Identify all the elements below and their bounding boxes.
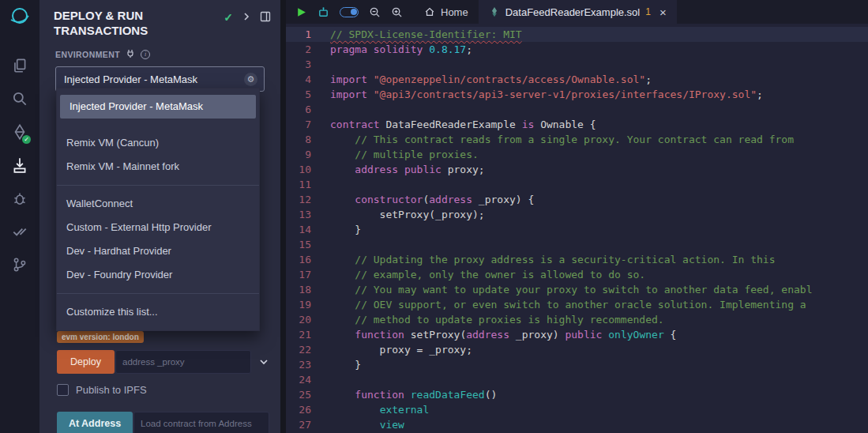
line-number: 9 xyxy=(286,147,330,162)
compiler-success-badge: ✓ xyxy=(22,135,31,144)
git-icon[interactable] xyxy=(4,248,36,281)
remix-ide-window: ✓ DEPLOY & RUN TRANSACTIONS ✓ xyxy=(0,0,868,433)
environment-option[interactable]: Injected Provider - MetaMask xyxy=(60,95,256,119)
deploy-args-input[interactable] xyxy=(115,350,251,374)
code-line[interactable]: 6 xyxy=(286,102,868,117)
at-address-row: At Address xyxy=(57,412,269,433)
checks-icon[interactable] xyxy=(4,215,36,248)
tab-datafeedreaderexample[interactable]: DataFeedReaderExample.sol 1 × xyxy=(479,0,677,24)
line-number: 2 xyxy=(286,42,330,57)
code-line[interactable]: 10 address public proxy; xyxy=(286,162,868,177)
code-line[interactable]: 24 xyxy=(286,372,868,387)
info-icon[interactable]: i xyxy=(141,50,150,59)
line-number: 19 xyxy=(286,297,330,312)
code-line[interactable]: 14 } xyxy=(286,222,868,237)
code-line[interactable]: 15 xyxy=(286,237,868,252)
code-line[interactable]: 18 // You may want to update your proxy … xyxy=(286,282,868,297)
panel-header: DEPLOY & RUN TRANSACTIONS ✓ xyxy=(39,0,280,41)
plug-icon[interactable] xyxy=(126,47,135,62)
line-number: 23 xyxy=(286,357,330,372)
line-number: 15 xyxy=(286,237,330,252)
line-number: 6 xyxy=(286,102,330,117)
line-number: 22 xyxy=(286,342,330,357)
line-number: 13 xyxy=(286,207,330,222)
editor-toolbar xyxy=(286,0,414,24)
deploy-and-run-icon[interactable] xyxy=(4,149,36,182)
line-number: 16 xyxy=(286,252,330,267)
file-explorer-icon[interactable] xyxy=(4,49,36,82)
line-number: 18 xyxy=(286,282,330,297)
code-line[interactable]: 19 // OEV support, or even switch to ano… xyxy=(286,297,868,312)
code-line[interactable]: 21 function setProxy(address _proxy) pub… xyxy=(286,327,868,342)
zoom-out-icon[interactable] xyxy=(369,6,381,18)
code-line[interactable]: 22 proxy = _proxy; xyxy=(286,342,868,357)
code-line[interactable]: 1// SPDX-License-Identifier: MIT xyxy=(286,27,868,42)
environment-option[interactable]: Dev - Foundry Provider xyxy=(57,263,259,287)
ai-assistant-icon[interactable] xyxy=(318,6,329,18)
line-number: 24 xyxy=(286,372,330,387)
publish-row: Publish to IPFS xyxy=(57,384,263,396)
remix-logo-icon[interactable] xyxy=(8,5,32,28)
line-number: 3 xyxy=(286,57,330,72)
code-line[interactable]: 5import "@api3/contracts/api3-server-v1/… xyxy=(286,87,868,102)
code-line[interactable]: 16 // Updating the proxy address is a se… xyxy=(286,252,868,267)
code-area[interactable]: 1// SPDX-License-Identifier: MIT2pragma … xyxy=(286,24,868,433)
code-line[interactable]: 17 // example, only the owner is allowed… xyxy=(286,267,868,282)
code-line[interactable]: 20 // method to update proxies is highly… xyxy=(286,312,868,327)
line-number: 27 xyxy=(286,417,330,432)
code-line[interactable]: 13 setProxy(_proxy); xyxy=(286,207,868,222)
environment-option[interactable]: Dev - Hardhat Provider xyxy=(57,239,259,263)
line-number: 14 xyxy=(286,222,330,237)
code-line[interactable]: 7contract DataFeedReaderExample is Ownab… xyxy=(286,117,868,132)
solidity-icon xyxy=(489,6,500,17)
line-number: 11 xyxy=(286,177,330,192)
code-line[interactable]: 8 // This contract reads from a single p… xyxy=(286,132,868,147)
code-line[interactable]: 4import "@openzeppelin/contracts/access/… xyxy=(286,72,868,87)
zoom-in-icon[interactable] xyxy=(391,6,403,18)
close-icon[interactable]: × xyxy=(659,6,667,19)
code-line[interactable]: 26 external xyxy=(286,402,868,417)
code-line[interactable]: 25 function readDataFeed() xyxy=(286,387,868,402)
run-script-icon[interactable] xyxy=(295,6,307,18)
chevron-right-icon[interactable] xyxy=(241,11,252,25)
debugger-icon[interactable] xyxy=(4,182,36,215)
pin-panel-icon[interactable] xyxy=(260,11,271,25)
chevron-down-icon[interactable] xyxy=(258,356,269,367)
code-line[interactable]: 9 // multiple proxies. xyxy=(286,147,868,162)
code-line[interactable]: 12 constructor(address _proxy) { xyxy=(286,192,868,207)
deploy-run-panel: DEPLOY & RUN TRANSACTIONS ✓ ENVIRONMENT … xyxy=(39,0,280,433)
publish-to-ipfs-checkbox[interactable] xyxy=(57,384,69,396)
line-number: 25 xyxy=(286,387,330,402)
line-number: 10 xyxy=(286,162,330,177)
line-number: 8 xyxy=(286,132,330,147)
code-line[interactable]: 3 xyxy=(286,57,868,72)
code-line[interactable]: 23 } xyxy=(286,357,868,372)
environment-option[interactable]: Custom - External Http Provider xyxy=(57,216,259,239)
panel-title: DEPLOY & RUN TRANSACTIONS xyxy=(54,8,200,38)
line-number: 21 xyxy=(286,327,330,342)
editor-tabbar: Home DataFeedReaderExample.sol 1 × xyxy=(286,0,868,24)
environment-option[interactable]: Remix VM - Mainnet fork xyxy=(57,155,259,179)
line-number: 4 xyxy=(286,72,330,87)
at-address-input[interactable] xyxy=(133,412,269,433)
line-number: 5 xyxy=(286,87,330,102)
copilot-toggle[interactable] xyxy=(340,7,359,17)
gear-icon[interactable]: ⚙ xyxy=(244,73,257,86)
environment-option[interactable]: Customize this list... xyxy=(57,300,259,324)
solidity-compiler-icon[interactable]: ✓ xyxy=(4,115,36,149)
deploy-row: Deploy xyxy=(57,350,269,374)
environment-select-value: Injected Provider - MetaMask xyxy=(64,73,197,85)
line-number: 1 xyxy=(286,27,330,42)
deploy-button[interactable]: Deploy xyxy=(57,350,115,374)
search-icon[interactable] xyxy=(4,82,36,115)
line-number: 7 xyxy=(286,117,330,132)
code-line[interactable]: 11 xyxy=(286,177,868,192)
at-address-button[interactable]: At Address xyxy=(57,412,133,433)
environment-option[interactable]: Remix VM (Cancun) xyxy=(57,131,259,155)
evm-version-badge: evm version: london xyxy=(57,331,144,343)
tab-home[interactable]: Home xyxy=(414,0,479,24)
line-number: 12 xyxy=(286,192,330,207)
code-line[interactable]: 2pragma solidity 0.8.17; xyxy=(286,42,868,57)
environment-option[interactable]: WalletConnect xyxy=(57,192,259,216)
code-line[interactable]: 27 view xyxy=(286,417,868,432)
